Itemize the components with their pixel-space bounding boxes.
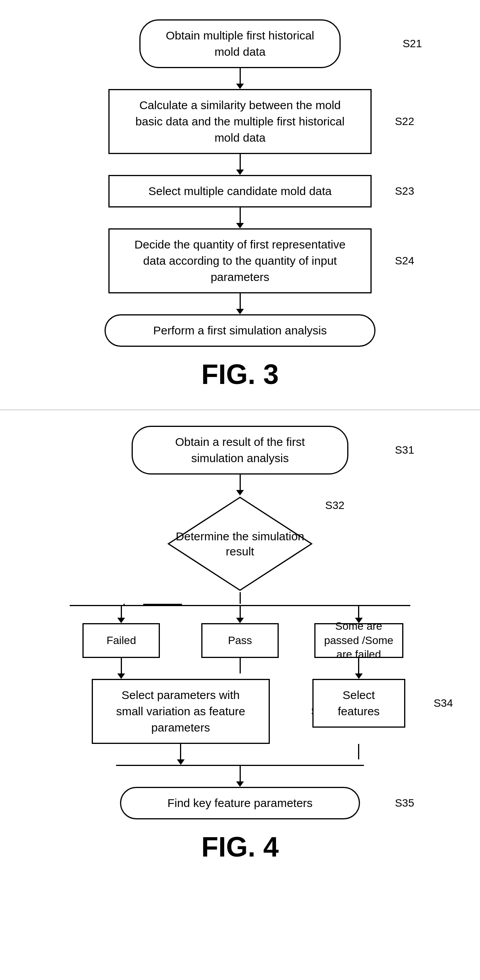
step-s21-label: S21 xyxy=(403,38,422,50)
arrow-pass xyxy=(236,606,244,623)
step-s25-text: Perform a first simulation analysis xyxy=(153,324,327,337)
v-line-from-diamond xyxy=(240,592,241,604)
fig3-section: Obtain multiple first historical mold da… xyxy=(0,8,480,406)
step-s31-label: S31 xyxy=(395,444,414,456)
step-s25-box: Perform a first simulation analysis xyxy=(105,314,375,347)
arrow-converge-right xyxy=(355,744,363,765)
step-s32-diamond: Determine the simulation result xyxy=(166,495,314,592)
some-text: Some are passed /Some are failed xyxy=(323,619,394,661)
step-s31-box: Obtain a result of the first simulation … xyxy=(132,426,348,475)
converge-right xyxy=(299,744,418,765)
step-s23-wrapper: Select multiple candidate mold data S23 xyxy=(105,175,375,207)
step-s24-box: Decide the quantity of first representat… xyxy=(108,228,372,293)
step-s32-text: Determine the simulation result xyxy=(166,529,314,559)
step-s35-text: Find key feature parameters xyxy=(167,797,312,809)
step-s31-wrapper: Obtain a result of the first simulation … xyxy=(105,426,375,475)
fig3-label: FIG. 3 xyxy=(201,358,279,390)
box-some: Some are passed /Some are failed xyxy=(314,623,403,658)
arrow-to-s34 xyxy=(355,658,363,679)
diagram-container: Obtain multiple first historical mold da… xyxy=(0,0,480,894)
arrow-to-s33-left xyxy=(117,658,125,679)
arrow-to-s33-center xyxy=(236,658,244,679)
lower-branches xyxy=(62,658,418,679)
box-pass: Pass xyxy=(201,623,279,658)
step-s35-box: Find key feature parameters xyxy=(120,787,360,819)
h-bar xyxy=(70,605,410,606)
step-s32-wrapper: Determine the simulation result S32 xyxy=(85,495,395,592)
step-s23-box: Select multiple candidate mold data xyxy=(108,175,372,207)
step-s24-label: S24 xyxy=(395,255,414,267)
step-s31-text: Obtain a result of the first simulation … xyxy=(175,435,305,464)
col-failed: Failed xyxy=(62,606,181,658)
col-some: Some are passed /Some are failed xyxy=(299,606,418,658)
step-s23-text: Select multiple candidate mold data xyxy=(148,185,332,197)
step-s35-wrapper: Find key feature parameters S35 xyxy=(105,787,375,819)
col-s33: Select parameters with small variation a… xyxy=(62,679,299,744)
three-cols: Failed Pass xyxy=(62,606,418,658)
converge-left xyxy=(62,744,299,765)
arrow-to-s35 xyxy=(236,766,244,787)
converge-row xyxy=(62,744,418,765)
step-s21-wrapper: Obtain multiple first historical mold da… xyxy=(105,19,375,68)
step-s34-box: Select features xyxy=(312,679,405,728)
arrow-1 xyxy=(236,68,244,89)
section-divider xyxy=(0,409,480,410)
arrow-2 xyxy=(236,154,244,175)
arrow-4 xyxy=(236,293,244,314)
step-s21-box: Obtain multiple first historical mold da… xyxy=(139,19,341,68)
step-s22-box: Calculate a similarity between the mold … xyxy=(108,89,372,154)
box-failed: Failed xyxy=(82,623,160,658)
step-s23-label: S23 xyxy=(395,185,414,197)
step-s24-text: Decide the quantity of first representat… xyxy=(134,238,345,283)
lower-right xyxy=(299,658,418,679)
step-s21-text: Obtain multiple first historical mold da… xyxy=(166,29,314,58)
step-s22-label: S22 xyxy=(395,115,414,128)
step-s34-label: S34 xyxy=(434,697,453,709)
lower-left xyxy=(62,658,181,679)
pass-text: Pass xyxy=(228,634,252,648)
fig4-section: Obtain a result of the first simulation … xyxy=(0,414,480,886)
branch-section: Failed Pass xyxy=(66,592,414,819)
step-s22-text: Calculate a similarity between the mold … xyxy=(135,99,345,144)
branches-layout: Failed Pass xyxy=(62,605,418,819)
fig4-label: FIG. 4 xyxy=(201,831,279,863)
arrow-converge-left xyxy=(177,744,185,765)
step-s33-box: Select parameters with small variation a… xyxy=(92,679,270,744)
step-s34-label-wrapper: S34 xyxy=(434,697,453,709)
step-s34-text: Select features xyxy=(338,689,379,718)
col-s34: Select features S34 xyxy=(299,679,418,728)
step-s25-wrapper: Perform a first simulation analysis xyxy=(105,314,375,347)
step-s33-text: Select parameters with small variation a… xyxy=(116,689,245,734)
merge-bar xyxy=(116,765,364,766)
step-s22-wrapper: Calculate a similarity between the mold … xyxy=(105,89,375,154)
arrow-3 xyxy=(236,207,244,228)
arrow-5 xyxy=(236,475,244,495)
col-pass: Pass xyxy=(181,606,300,658)
step-s24-wrapper: Decide the quantity of first representat… xyxy=(105,228,375,293)
failed-text: Failed xyxy=(106,634,136,648)
lower-center xyxy=(181,658,300,679)
step-s35-label: S35 xyxy=(395,797,414,809)
step-s32-label: S32 xyxy=(325,499,345,512)
s33-s34-row: Select parameters with small variation a… xyxy=(62,679,418,744)
arrow-failed xyxy=(117,606,125,623)
